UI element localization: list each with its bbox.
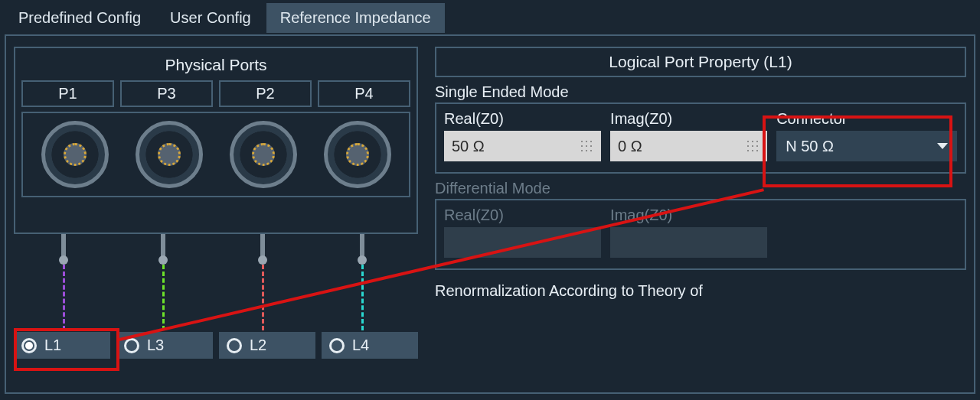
port-header-p4[interactable]: P4 [318, 80, 410, 107]
wire-node [59, 255, 68, 265]
wire-stub [161, 234, 165, 257]
single-ended-label: Single Ended Mode [435, 83, 966, 101]
port-header-p2[interactable]: P2 [219, 80, 312, 107]
connector-center-icon [346, 143, 369, 166]
renormalization-label: Renormalization According to Theory of [435, 282, 966, 300]
wire-node [358, 255, 367, 265]
port-connector-p1[interactable] [41, 121, 109, 188]
wire-stub [360, 234, 364, 257]
wire-stub [260, 234, 265, 257]
wire-l3 [162, 265, 165, 330]
diff-imag-z0-label: Imag(Z0) [610, 207, 767, 224]
radio-icon [329, 338, 345, 353]
radio-icon [21, 338, 37, 353]
wire-l2 [262, 265, 264, 330]
logical-port-l1[interactable]: L1 [14, 332, 110, 359]
tab-reference-impedance[interactable]: Reference Impedance [266, 3, 445, 33]
single-ended-box: Real(Z0) 50 Ω Imag(Z0) 0 Ω Connector [435, 102, 966, 174]
imag-z0-value: 0 Ω [618, 138, 642, 155]
real-z0-input[interactable]: 50 Ω [444, 131, 601, 161]
wire-node [158, 255, 168, 265]
wire-stub [61, 234, 66, 257]
real-z0-value: 50 Ω [452, 138, 485, 155]
radio-icon [124, 338, 139, 353]
wire-l1 [63, 265, 65, 330]
real-z0-label: Real(Z0) [444, 110, 601, 128]
connector-center-icon [158, 143, 181, 166]
port-connector-p4[interactable] [324, 121, 391, 188]
radio-icon [227, 338, 242, 353]
port-connector-p2[interactable] [230, 121, 297, 188]
tab-content: Physical Ports P1P3P2P4 L1L3L2L4 Logical… [5, 34, 975, 394]
physical-ports-group: Physical Ports P1P3P2P4 [14, 47, 418, 234]
connector-label: Connector [776, 110, 957, 128]
wire-area [14, 234, 418, 332]
connector-center-icon [64, 143, 87, 166]
diff-real-z0-input [444, 227, 601, 258]
keypad-icon[interactable] [746, 139, 760, 153]
differential-mode-label: Differential Mode [435, 180, 966, 197]
diff-real-z0-label: Real(Z0) [444, 207, 601, 224]
logical-port-label: L3 [147, 337, 164, 354]
differential-mode-box: Real(Z0) Imag(Z0) [435, 199, 966, 270]
wire-l4 [361, 265, 364, 330]
port-header-p3[interactable]: P3 [120, 80, 213, 107]
wire-node [258, 255, 267, 265]
logical-port-label: L1 [44, 337, 61, 354]
physical-ports-title: Physical Ports [21, 56, 410, 74]
logical-port-label: L4 [352, 337, 369, 354]
logical-port-property-title: Logical Port Property (L1) [435, 47, 966, 77]
logical-port-label: L2 [250, 337, 266, 354]
logical-port-l2[interactable]: L2 [219, 332, 315, 359]
connector-select[interactable]: N 50 Ω [776, 131, 957, 161]
imag-z0-label: Imag(Z0) [610, 110, 767, 128]
imag-z0-input[interactable]: 0 Ω [610, 131, 767, 161]
chevron-down-icon [937, 143, 948, 149]
tab-user[interactable]: User Config [156, 3, 265, 33]
connector-value: N 50 Ω [786, 138, 834, 155]
physical-ports-pane: Physical Ports P1P3P2P4 L1L3L2L4 [6, 36, 427, 392]
tab-predefined[interactable]: Predefined Config [5, 3, 155, 33]
keypad-icon[interactable] [580, 139, 593, 153]
logical-port-l3[interactable]: L3 [116, 332, 213, 359]
port-header-p1[interactable]: P1 [21, 80, 114, 107]
logical-port-l4[interactable]: L4 [322, 332, 418, 359]
diff-imag-z0-input [610, 227, 767, 258]
logical-port-property-pane: Logical Port Property (L1) Single Ended … [427, 36, 974, 392]
port-connector-p3[interactable] [136, 121, 203, 188]
connector-center-icon [252, 143, 275, 166]
tab-bar: Predefined Config User Config Reference … [0, 0, 980, 33]
